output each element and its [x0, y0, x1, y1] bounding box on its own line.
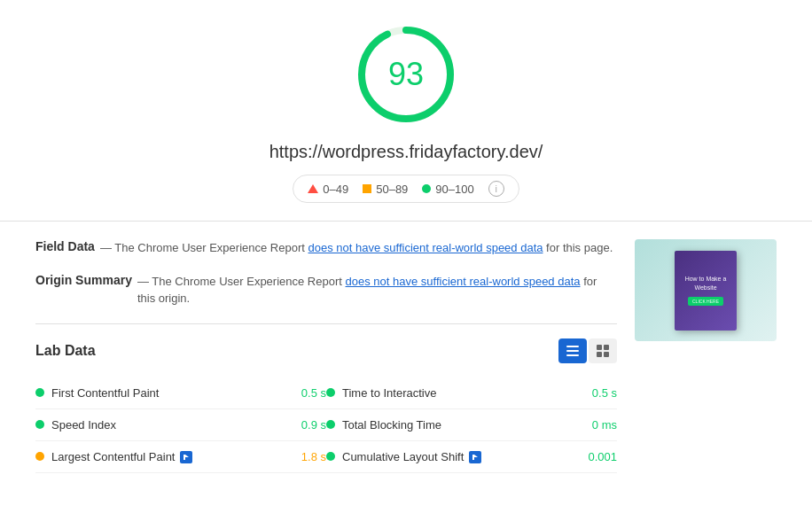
origin-summary-section: Origin Summary — The Chrome User Experie…	[35, 273, 617, 307]
book-cover: How to Make a Website CLICK HERE	[675, 251, 737, 331]
svg-rect-9	[183, 455, 185, 460]
svg-rect-6	[604, 345, 609, 350]
cls-value: 0.001	[588, 450, 617, 463]
pass-icon	[422, 184, 431, 193]
lcp-flag-icon	[180, 451, 192, 463]
field-data-label: Field Data	[35, 239, 95, 253]
lcp-value: 1.8 s	[301, 450, 326, 463]
metric-row-lcp: Largest Contentful Paint 1.8 s	[35, 441, 326, 473]
tti-indicator	[326, 388, 335, 397]
metrics-grid: First Contentful Paint 0.5 s Time to Int…	[35, 377, 617, 473]
view-toggle	[558, 338, 617, 363]
svg-rect-4	[566, 354, 579, 356]
legend-info-icon[interactable]: i	[488, 181, 504, 197]
book-title: How to Make a Website	[682, 275, 730, 291]
score-value: 93	[388, 56, 424, 93]
metric-row-tbt: Total Blocking Time 0 ms	[326, 409, 617, 441]
svg-rect-3	[566, 350, 579, 352]
book-cta-button: CLICK HERE	[688, 297, 723, 306]
metric-row-fcp: First Contentful Paint 0.5 s	[35, 377, 326, 409]
tbt-indicator	[326, 420, 335, 429]
svg-rect-5	[597, 345, 602, 350]
list-view-button[interactable]	[558, 338, 587, 363]
sidebar-image: How to Make a Website CLICK HERE	[635, 239, 777, 341]
legend-pass-label: 90–100	[435, 183, 473, 196]
tti-value: 0.5 s	[592, 386, 617, 400]
field-data-link[interactable]: does not have sufficient real-world spee…	[308, 241, 543, 254]
cls-indicator	[326, 452, 335, 461]
score-legend: 0–49 50–89 90–100 i	[293, 175, 519, 203]
origin-summary-text: — The Chrome User Experience Report does…	[137, 273, 617, 307]
field-data-row: Field Data — The Chrome User Experience …	[35, 239, 617, 257]
svg-rect-2	[566, 346, 579, 347]
url-display: https://wordpress.fridayfactory.dev/	[269, 142, 543, 162]
bottom-section: Field Data — The Chrome User Experience …	[0, 222, 812, 491]
score-section: 93 https://wordpress.fridayfactory.dev/ …	[0, 0, 812, 222]
legend-average-label: 50–89	[376, 183, 408, 196]
tbt-value: 0 ms	[592, 418, 617, 432]
lcp-indicator	[35, 452, 44, 461]
cls-name: Cumulative Layout Shift	[342, 450, 581, 463]
section-divider	[35, 323, 617, 324]
legend-fail: 0–49	[308, 183, 348, 196]
grid-view-button[interactable]	[589, 338, 617, 363]
field-data-section: Field Data — The Chrome User Experience …	[35, 239, 617, 257]
metric-row-cls: Cumulative Layout Shift 0.001	[326, 441, 617, 473]
metric-row-si: Speed Index 0.9 s	[35, 409, 326, 441]
main-content: Field Data — The Chrome User Experience …	[35, 239, 617, 473]
fcp-value: 0.5 s	[301, 386, 326, 400]
tbt-name: Total Blocking Time	[342, 418, 585, 432]
si-name: Speed Index	[51, 418, 294, 432]
lcp-name: Largest Contentful Paint	[51, 450, 294, 463]
lab-data-section: Lab Data	[35, 338, 617, 473]
fcp-indicator	[35, 388, 44, 397]
legend-fail-label: 0–49	[323, 183, 348, 196]
score-ring: 93	[353, 21, 459, 128]
metric-row-tti: Time to Interactive 0.5 s	[326, 377, 617, 409]
svg-rect-11	[472, 455, 474, 460]
si-value: 0.9 s	[301, 418, 326, 432]
cls-flag-icon	[469, 451, 481, 463]
svg-marker-12	[474, 455, 478, 457]
average-icon	[363, 184, 371, 193]
legend-average: 50–89	[363, 183, 408, 196]
fail-icon	[308, 184, 318, 193]
si-indicator	[35, 420, 44, 429]
legend-pass: 90–100	[422, 183, 473, 196]
lab-data-header: Lab Data	[35, 338, 617, 363]
svg-marker-10	[185, 455, 189, 457]
origin-summary-row: Origin Summary — The Chrome User Experie…	[35, 273, 617, 307]
tti-name: Time to Interactive	[342, 386, 585, 400]
field-data-text: — The Chrome User Experience Report does…	[100, 239, 613, 257]
fcp-name: First Contentful Paint	[51, 386, 294, 400]
origin-summary-label: Origin Summary	[35, 273, 132, 287]
svg-rect-8	[604, 352, 609, 357]
origin-summary-link[interactable]: does not have sufficient real-world spee…	[346, 275, 581, 288]
svg-rect-7	[597, 352, 602, 357]
lab-data-title: Lab Data	[35, 343, 96, 359]
